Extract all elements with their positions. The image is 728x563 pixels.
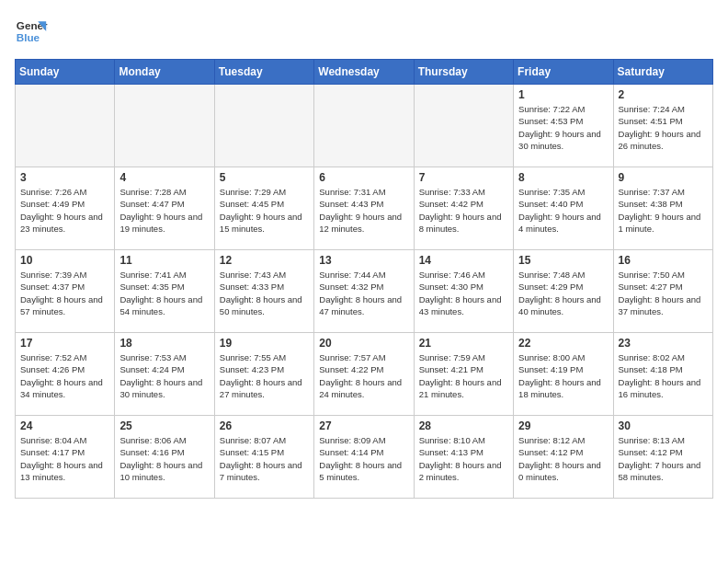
day-info: Sunrise: 8:13 AMSunset: 4:12 PMDaylight:…: [619, 434, 708, 483]
day-number: 17: [20, 337, 109, 350]
day-number: 15: [518, 254, 608, 267]
empty-cell: [214, 85, 313, 167]
day-number: 12: [220, 254, 309, 267]
day-header-thursday: Thursday: [414, 60, 513, 85]
calendar-day-8: 8 Sunrise: 7:35 AMSunset: 4:40 PMDayligh…: [514, 167, 613, 250]
day-info: Sunrise: 7:28 AMSunset: 4:47 PMDaylight:…: [119, 186, 209, 235]
day-info: Sunrise: 8:10 AMSunset: 4:13 PMDaylight:…: [419, 434, 508, 483]
calendar-day-12: 12 Sunrise: 7:43 AMSunset: 4:33 PMDaylig…: [214, 250, 313, 333]
day-number: 22: [518, 337, 608, 350]
day-number: 25: [119, 419, 209, 432]
day-info: Sunrise: 7:41 AMSunset: 4:35 PMDaylight:…: [119, 269, 209, 317]
day-header-wednesday: Wednesday: [314, 60, 414, 85]
day-info: Sunrise: 7:48 AMSunset: 4:29 PMDaylight:…: [518, 269, 608, 317]
calendar-week-row: 1 Sunrise: 7:22 AMSunset: 4:53 PMDayligh…: [16, 85, 713, 167]
day-info: Sunrise: 7:22 AMSunset: 4:53 PMDaylight:…: [518, 103, 608, 152]
day-header-monday: Monday: [115, 60, 214, 85]
day-number: 9: [619, 171, 708, 184]
calendar-week-row: 3 Sunrise: 7:26 AMSunset: 4:49 PMDayligh…: [16, 167, 713, 250]
day-number: 4: [119, 171, 209, 184]
calendar-week-row: 10 Sunrise: 7:39 AMSunset: 4:37 PMDaylig…: [16, 250, 713, 333]
day-info: Sunrise: 8:04 AMSunset: 4:17 PMDaylight:…: [20, 434, 109, 483]
logo-icon: General Blue: [15, 15, 48, 48]
day-number: 1: [518, 88, 608, 101]
day-info: Sunrise: 7:39 AMSunset: 4:37 PMDaylight:…: [20, 269, 109, 317]
day-info: Sunrise: 7:24 AMSunset: 4:51 PMDaylight:…: [619, 103, 708, 152]
day-number: 10: [20, 254, 109, 267]
day-number: 27: [319, 419, 408, 432]
calendar-day-17: 17 Sunrise: 7:52 AMSunset: 4:26 PMDaylig…: [16, 333, 115, 416]
calendar-day-1: 1 Sunrise: 7:22 AMSunset: 4:53 PMDayligh…: [514, 85, 613, 167]
calendar-week-row: 24 Sunrise: 8:04 AMSunset: 4:17 PMDaylig…: [16, 416, 713, 499]
calendar-day-20: 20 Sunrise: 7:57 AMSunset: 4:22 PMDaylig…: [314, 333, 414, 416]
empty-cell: [414, 85, 513, 167]
calendar-day-13: 13 Sunrise: 7:44 AMSunset: 4:32 PMDaylig…: [314, 250, 414, 333]
calendar-header-row: SundayMondayTuesdayWednesdayThursdayFrid…: [16, 60, 713, 85]
day-info: Sunrise: 7:55 AMSunset: 4:23 PMDaylight:…: [220, 351, 309, 400]
day-info: Sunrise: 8:02 AMSunset: 4:18 PMDaylight:…: [619, 351, 708, 400]
calendar-day-6: 6 Sunrise: 7:31 AMSunset: 4:43 PMDayligh…: [314, 167, 414, 250]
day-info: Sunrise: 8:00 AMSunset: 4:19 PMDaylight:…: [518, 351, 608, 400]
calendar-day-7: 7 Sunrise: 7:33 AMSunset: 4:42 PMDayligh…: [414, 167, 513, 250]
day-number: 14: [419, 254, 508, 267]
day-info: Sunrise: 7:53 AMSunset: 4:24 PMDaylight:…: [119, 351, 209, 400]
day-number: 8: [518, 171, 608, 184]
calendar-day-2: 2 Sunrise: 7:24 AMSunset: 4:51 PMDayligh…: [613, 85, 712, 167]
svg-text:Blue: Blue: [17, 31, 40, 43]
calendar-day-25: 25 Sunrise: 8:06 AMSunset: 4:16 PMDaylig…: [115, 416, 214, 499]
day-header-saturday: Saturday: [613, 60, 712, 85]
day-info: Sunrise: 7:26 AMSunset: 4:49 PMDaylight:…: [20, 186, 109, 235]
day-info: Sunrise: 7:35 AMSunset: 4:40 PMDaylight:…: [518, 186, 608, 235]
day-number: 11: [119, 254, 209, 267]
day-info: Sunrise: 7:43 AMSunset: 4:33 PMDaylight:…: [220, 269, 309, 317]
calendar-day-16: 16 Sunrise: 7:50 AMSunset: 4:27 PMDaylig…: [613, 250, 712, 333]
calendar-day-15: 15 Sunrise: 7:48 AMSunset: 4:29 PMDaylig…: [514, 250, 613, 333]
day-info: Sunrise: 7:33 AMSunset: 4:42 PMDaylight:…: [419, 186, 508, 235]
calendar-day-5: 5 Sunrise: 7:29 AMSunset: 4:45 PMDayligh…: [214, 167, 313, 250]
day-info: Sunrise: 7:37 AMSunset: 4:38 PMDaylight:…: [619, 186, 708, 235]
calendar-day-22: 22 Sunrise: 8:00 AMSunset: 4:19 PMDaylig…: [514, 333, 613, 416]
calendar-day-4: 4 Sunrise: 7:28 AMSunset: 4:47 PMDayligh…: [115, 167, 214, 250]
day-number: 5: [220, 171, 309, 184]
day-info: Sunrise: 7:44 AMSunset: 4:32 PMDaylight:…: [319, 269, 408, 317]
day-info: Sunrise: 7:31 AMSunset: 4:43 PMDaylight:…: [319, 186, 408, 235]
empty-cell: [115, 85, 214, 167]
day-number: 2: [619, 88, 708, 101]
day-header-tuesday: Tuesday: [214, 60, 313, 85]
page-header: General Blue: [15, 15, 713, 48]
day-info: Sunrise: 8:12 AMSunset: 4:12 PMDaylight:…: [518, 434, 608, 483]
calendar-day-24: 24 Sunrise: 8:04 AMSunset: 4:17 PMDaylig…: [16, 416, 115, 499]
day-number: 3: [20, 171, 109, 184]
day-info: Sunrise: 7:46 AMSunset: 4:30 PMDaylight:…: [419, 269, 508, 317]
calendar-day-11: 11 Sunrise: 7:41 AMSunset: 4:35 PMDaylig…: [115, 250, 214, 333]
calendar-day-26: 26 Sunrise: 8:07 AMSunset: 4:15 PMDaylig…: [214, 416, 313, 499]
day-info: Sunrise: 8:06 AMSunset: 4:16 PMDaylight:…: [119, 434, 209, 483]
day-number: 29: [518, 419, 608, 432]
calendar-day-3: 3 Sunrise: 7:26 AMSunset: 4:49 PMDayligh…: [16, 167, 115, 250]
day-number: 18: [119, 337, 209, 350]
calendar-week-row: 17 Sunrise: 7:52 AMSunset: 4:26 PMDaylig…: [16, 333, 713, 416]
day-number: 6: [319, 171, 408, 184]
day-info: Sunrise: 7:52 AMSunset: 4:26 PMDaylight:…: [20, 351, 109, 400]
calendar-day-10: 10 Sunrise: 7:39 AMSunset: 4:37 PMDaylig…: [16, 250, 115, 333]
day-info: Sunrise: 8:07 AMSunset: 4:15 PMDaylight:…: [220, 434, 309, 483]
day-number: 13: [319, 254, 408, 267]
calendar: SundayMondayTuesdayWednesdayThursdayFrid…: [15, 59, 713, 499]
calendar-day-14: 14 Sunrise: 7:46 AMSunset: 4:30 PMDaylig…: [414, 250, 513, 333]
calendar-day-27: 27 Sunrise: 8:09 AMSunset: 4:14 PMDaylig…: [314, 416, 414, 499]
day-number: 16: [619, 254, 708, 267]
day-info: Sunrise: 7:50 AMSunset: 4:27 PMDaylight:…: [619, 269, 708, 317]
day-info: Sunrise: 7:59 AMSunset: 4:21 PMDaylight:…: [419, 351, 508, 400]
calendar-day-30: 30 Sunrise: 8:13 AMSunset: 4:12 PMDaylig…: [613, 416, 712, 499]
day-number: 7: [419, 171, 508, 184]
calendar-day-18: 18 Sunrise: 7:53 AMSunset: 4:24 PMDaylig…: [115, 333, 214, 416]
calendar-day-9: 9 Sunrise: 7:37 AMSunset: 4:38 PMDayligh…: [613, 167, 712, 250]
day-number: 20: [319, 337, 408, 350]
day-info: Sunrise: 8:09 AMSunset: 4:14 PMDaylight:…: [319, 434, 408, 483]
calendar-day-21: 21 Sunrise: 7:59 AMSunset: 4:21 PMDaylig…: [414, 333, 513, 416]
calendar-day-29: 29 Sunrise: 8:12 AMSunset: 4:12 PMDaylig…: [514, 416, 613, 499]
day-number: 30: [619, 419, 708, 432]
day-number: 26: [220, 419, 309, 432]
day-header-friday: Friday: [514, 60, 613, 85]
day-number: 19: [220, 337, 309, 350]
